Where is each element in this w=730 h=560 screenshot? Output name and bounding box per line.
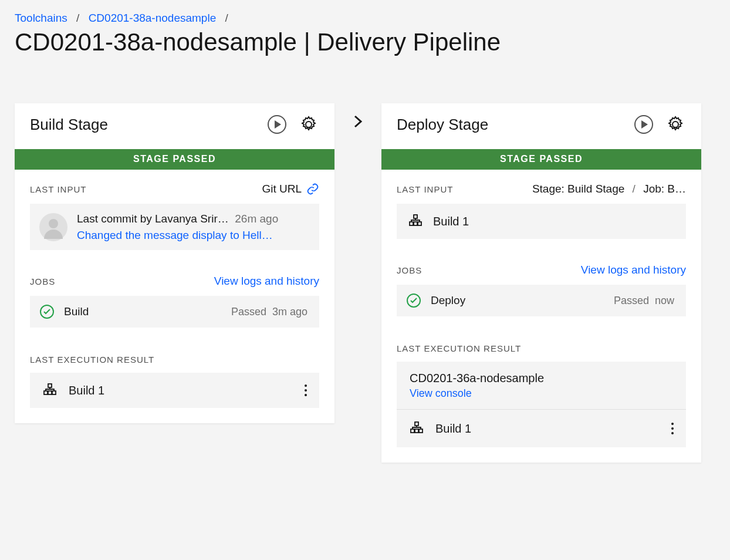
job-status: Passed 3m ago <box>231 306 307 318</box>
job-row-build[interactable]: Build Passed 3m ago <box>30 296 319 328</box>
jobs-label: JOBS <box>30 276 55 286</box>
svg-point-22 <box>671 423 674 425</box>
job-name: Build <box>64 305 89 318</box>
stage-connector <box>334 103 381 129</box>
svg-rect-6 <box>48 391 52 394</box>
input-build-name: Build 1 <box>433 215 469 228</box>
last-exec-row: LAST EXECUTION RESULT <box>381 316 701 357</box>
avatar <box>39 213 67 241</box>
input-build-box[interactable]: Build 1 <box>397 204 686 239</box>
gear-icon[interactable] <box>665 114 686 135</box>
breadcrumb: Toolchains / CD0201-38a-nodesample / <box>15 12 715 25</box>
build-artifact-icon <box>407 213 424 230</box>
svg-point-10 <box>305 394 307 396</box>
svg-rect-14 <box>410 222 413 225</box>
build-artifact-icon <box>42 382 58 399</box>
pipeline-stages: Build Stage STAGE PASSED LAST INPUT Git … <box>15 103 715 463</box>
svg-point-9 <box>305 389 307 392</box>
breadcrumb-project[interactable]: CD0201-38a-nodesample <box>89 12 217 24</box>
link-icon <box>306 183 319 195</box>
input-meta: Stage: Build Stage / Job: B… <box>532 183 686 195</box>
svg-rect-13 <box>414 215 417 218</box>
chevron-right-icon <box>350 114 366 129</box>
stage-card-build: Build Stage STAGE PASSED LAST INPUT Git … <box>15 103 334 423</box>
view-logs-link[interactable]: View logs and history <box>581 264 686 276</box>
svg-point-2 <box>49 219 58 228</box>
git-url-text: Git URL <box>262 183 302 195</box>
jobs-header-row: JOBS View logs and history <box>381 239 701 280</box>
last-input-label: LAST INPUT <box>30 184 86 194</box>
stage-card-deploy: Deploy Stage STAGE PASSED LAST INPUT Sta… <box>381 103 701 463</box>
stage-title: Build Stage <box>30 116 108 134</box>
svg-rect-20 <box>415 429 418 433</box>
job-name: Deploy <box>431 294 465 307</box>
svg-marker-1 <box>275 120 281 129</box>
view-logs-link[interactable]: View logs and history <box>214 275 319 288</box>
last-exec-label: LAST EXECUTION RESULT <box>397 343 521 353</box>
svg-marker-12 <box>641 120 648 129</box>
jobs-label: JOBS <box>397 265 422 275</box>
page-title: CD0201-38a-nodesample | Delivery Pipelin… <box>15 28 715 56</box>
build-result-box[interactable]: Build 1 <box>30 373 319 408</box>
play-icon[interactable] <box>633 114 654 135</box>
svg-rect-4 <box>48 384 52 387</box>
breadcrumb-separator: / <box>225 12 228 24</box>
breadcrumb-toolchains[interactable]: Toolchains <box>15 12 67 24</box>
svg-point-23 <box>671 427 674 430</box>
commit-time: 26m ago <box>232 212 278 225</box>
overflow-menu-icon[interactable] <box>671 422 674 435</box>
svg-rect-5 <box>44 391 48 394</box>
svg-rect-21 <box>419 429 423 433</box>
build-result-name: Build 1 <box>69 384 104 397</box>
stage-status-bar: STAGE PASSED <box>15 149 334 170</box>
deploy-build-name: Build 1 <box>435 422 471 436</box>
view-console-link[interactable]: View console <box>410 386 673 401</box>
jobs-header-row: JOBS View logs and history <box>15 250 334 291</box>
job-status: Passed now <box>614 295 674 307</box>
build-artifact-icon <box>408 420 425 437</box>
overflow-menu-icon[interactable] <box>304 384 307 397</box>
last-input-row: LAST INPUT Stage: Build Stage / Job: B… <box>381 170 701 199</box>
gear-icon[interactable] <box>298 114 319 135</box>
commit-message-link[interactable]: Changed the message display to Hell… <box>77 227 278 244</box>
last-exec-label: LAST EXECUTION RESULT <box>30 355 154 365</box>
stage-header: Build Stage <box>15 103 334 149</box>
job-row-deploy[interactable]: Deploy Passed now <box>397 285 686 316</box>
commit-author-line: Last commit by Lavanya Srir… 26m ago <box>77 211 278 227</box>
svg-rect-19 <box>411 429 414 433</box>
svg-rect-18 <box>415 422 418 426</box>
last-input-row: LAST INPUT Git URL <box>15 170 334 199</box>
deploy-app-box: CD0201-36a-nodesample View console <box>397 362 686 410</box>
git-url-link[interactable]: Git URL <box>262 183 319 195</box>
stage-title: Deploy Stage <box>397 116 488 134</box>
svg-rect-15 <box>414 222 417 225</box>
deploy-app-name: CD0201-36a-nodesample <box>410 370 673 386</box>
last-exec-row: LAST EXECUTION RESULT <box>15 328 334 368</box>
svg-point-8 <box>305 384 307 387</box>
last-commit-box[interactable]: Last commit by Lavanya Srir… 26m ago Cha… <box>30 204 319 250</box>
svg-point-24 <box>671 432 674 434</box>
breadcrumb-separator: / <box>76 12 79 24</box>
stage-status-bar: STAGE PASSED <box>381 149 701 170</box>
check-circle-icon <box>39 304 55 319</box>
svg-rect-16 <box>418 222 421 225</box>
svg-rect-7 <box>52 391 56 394</box>
play-icon[interactable] <box>266 114 288 135</box>
stage-header: Deploy Stage <box>381 103 701 149</box>
last-input-label: LAST INPUT <box>397 184 453 194</box>
check-circle-icon <box>406 293 421 308</box>
deploy-build-row[interactable]: Build 1 <box>397 410 686 447</box>
